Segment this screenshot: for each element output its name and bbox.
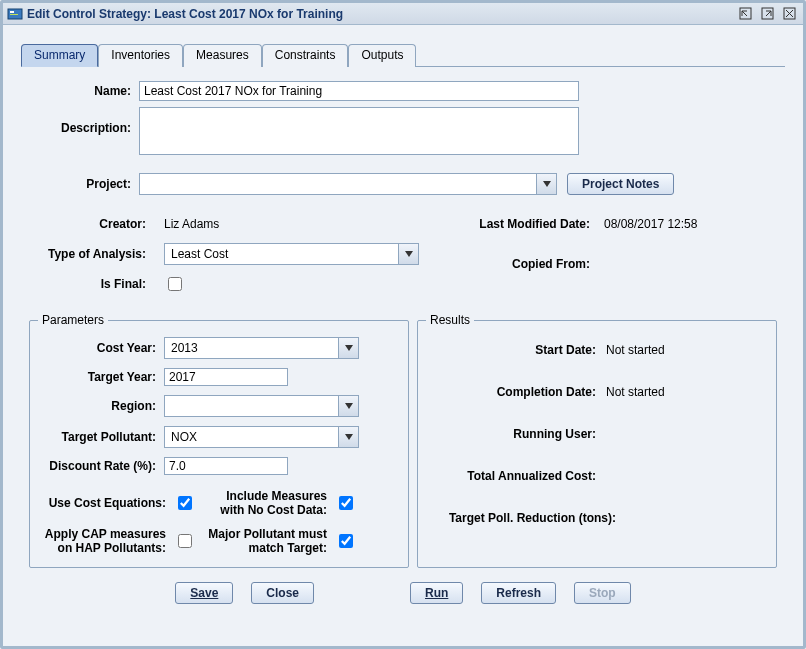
copied-label: Copied From: [459,257,604,271]
start-date-label: Start Date: [426,343,606,357]
svg-line-4 [742,11,747,16]
close-button[interactable] [779,6,799,22]
start-date-value: Not started [606,343,768,357]
completion-date-value: Not started [606,385,768,399]
use-cost-checkbox[interactable] [178,496,192,510]
save-button[interactable]: Save [175,582,233,604]
name-input[interactable] [139,81,579,101]
results-legend: Results [426,313,474,327]
stop-button[interactable]: Stop [574,582,631,604]
creator-value: Liz Adams [164,217,219,231]
name-label: Name: [29,84,139,98]
target-pollutant-select[interactable]: NOX [164,426,359,448]
minimize-internal-button[interactable] [735,6,755,22]
cost-year-label: Cost Year: [38,341,164,355]
chevron-down-icon [398,244,418,264]
parameters-fieldset: Parameters Cost Year: 2013 Target Year: [29,313,409,568]
parameters-legend: Parameters [38,313,108,327]
close-window-button[interactable]: Close [251,582,314,604]
tab-constraints[interactable]: Constraints [262,44,349,67]
total-cost-value [606,469,768,483]
cost-year-text: 2013 [165,338,338,358]
target-year-label: Target Year: [38,370,164,384]
apply-cap-checkbox[interactable] [178,534,192,548]
chevron-down-icon [536,174,556,194]
description-label: Description: [29,107,139,135]
window-frame: Edit Control Strategy: Least Cost 2017 N… [0,0,806,649]
run-button[interactable]: Run [410,582,463,604]
svg-line-6 [766,11,771,16]
svg-marker-11 [405,251,413,257]
tab-measures[interactable]: Measures [183,44,262,67]
discount-input[interactable] [164,457,288,475]
include-nocost-label: Include Measures with No Cost Data: [195,489,335,517]
cost-year-select[interactable]: 2013 [164,337,359,359]
tab-summary[interactable]: Summary [21,44,98,67]
target-reduction-value [626,511,768,525]
apply-cap-label: Apply CAP measures on HAP Pollutants: [38,527,174,555]
target-year-input[interactable] [164,368,288,386]
footer-buttons: Save Close Run Refresh Stop [29,568,777,610]
maximize-button[interactable] [757,6,777,22]
target-pollutant-text: NOX [165,427,338,447]
target-pollutant-label: Target Pollutant: [38,430,164,444]
tab-bar: Summary Inventories Measures Constraints… [21,43,785,67]
running-user-value [606,427,768,441]
region-text [165,396,338,416]
completion-date-label: Completion Date: [426,385,606,399]
window-title: Edit Control Strategy: Least Cost 2017 N… [27,7,733,21]
app-icon [7,6,23,22]
analysis-select[interactable]: Least Cost [164,243,419,265]
svg-marker-13 [345,403,353,409]
lastmod-value: 08/08/2017 12:58 [604,217,697,231]
svg-rect-1 [10,11,14,13]
running-user-label: Running User: [426,427,606,441]
project-notes-button[interactable]: Project Notes [567,173,674,195]
target-reduction-label: Target Poll. Reduction (tons): [426,511,626,525]
creator-label: Creator: [29,217,164,231]
region-select[interactable] [164,395,359,417]
project-select-text [140,174,536,194]
major-poll-checkbox[interactable] [339,534,353,548]
analysis-select-text: Least Cost [165,244,398,264]
chevron-down-icon [338,396,358,416]
svg-marker-14 [345,434,353,440]
refresh-button[interactable]: Refresh [481,582,556,604]
window-content: Summary Inventories Measures Constraints… [3,25,803,628]
description-input[interactable] [139,107,579,155]
include-nocost-checkbox[interactable] [339,496,353,510]
tab-inventories[interactable]: Inventories [98,44,183,67]
isfinal-checkbox[interactable] [168,277,182,291]
discount-label: Discount Rate (%): [38,459,164,473]
chevron-down-icon [338,427,358,447]
use-cost-label: Use Cost Equations: [38,496,174,510]
lastmod-label: Last Modified Date: [459,217,604,231]
svg-marker-12 [345,345,353,351]
project-label: Project: [29,177,139,191]
isfinal-label: Is Final: [29,277,164,291]
major-poll-label: Major Pollutant must match Target: [195,527,335,555]
svg-marker-10 [543,181,551,187]
tab-outputs[interactable]: Outputs [348,44,416,67]
analysis-label: Type of Analysis: [29,247,164,261]
total-cost-label: Total Annualized Cost: [426,469,606,483]
project-select[interactable] [139,173,557,195]
region-label: Region: [38,399,164,413]
chevron-down-icon [338,338,358,358]
results-fieldset: Results Start Date: Not started Completi… [417,313,777,568]
tab-body-summary: Name: Description: Project: Project Note… [21,67,785,618]
svg-rect-2 [10,14,18,15]
titlebar[interactable]: Edit Control Strategy: Least Cost 2017 N… [3,3,803,25]
